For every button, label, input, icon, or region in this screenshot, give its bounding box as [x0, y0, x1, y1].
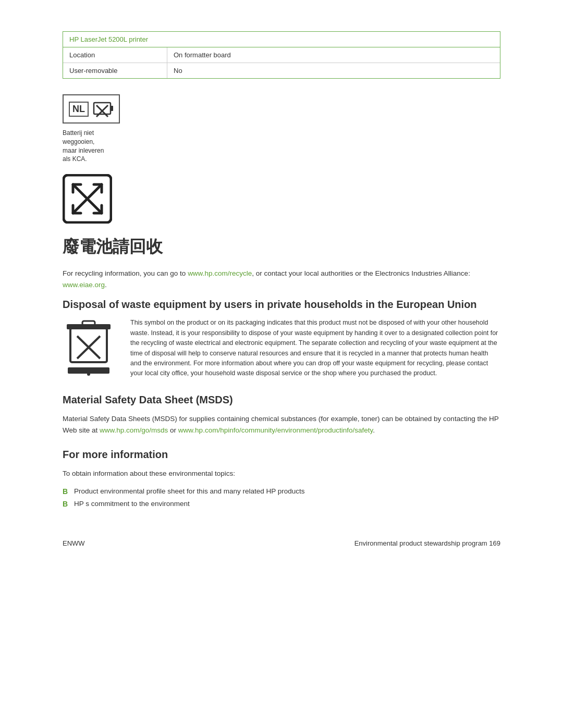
msds-link2[interactable]: www.hp.com/hpinfo/community/environment/… [178, 426, 373, 434]
list-item: B Product environmental profile sheet fo… [63, 487, 500, 496]
svg-rect-9 [82, 321, 95, 325]
footer-right: Environmental product stewardship progra… [354, 539, 500, 547]
recycling-end: . [105, 281, 107, 289]
list-item: B HP s commitment to the environment [63, 500, 500, 508]
disposal-heading: Disposal of waste equipment by users in … [63, 299, 500, 311]
recycling-info: For recycling information, you can go to… [63, 268, 500, 290]
msds-section: Material Safety Data Sheet (MSDS) Materi… [63, 394, 500, 436]
bullet-icon-1: B [63, 487, 70, 496]
location-value: On formatter board [167, 47, 500, 63]
cross-arrow-icon [63, 174, 112, 224]
eiae-link[interactable]: www.eiae.org [63, 281, 105, 289]
recycling-text-prefix: For recycling information, you can go to [63, 269, 188, 277]
table-row: User-removable No [63, 63, 500, 78]
nl-badge: NL [63, 94, 120, 124]
svg-rect-7 [70, 328, 107, 362]
disposal-icon-area [63, 318, 120, 379]
msds-link1[interactable]: www.hp.com/go/msds [100, 426, 168, 434]
chinese-heading: 廢電池請回收 [63, 236, 500, 258]
more-info-list: B Product environmental profile sheet fo… [63, 487, 500, 508]
msds-end: . [373, 426, 375, 434]
msds-heading: Material Safety Data Sheet (MSDS) [63, 394, 500, 406]
recycle-link[interactable]: www.hp.com/recycle [188, 269, 252, 277]
nl-label: NL [69, 102, 89, 117]
msds-text2: or [168, 426, 178, 434]
list-item-text-2: HP s commitment to the environment [74, 500, 190, 508]
user-removable-label: User-removable [63, 63, 167, 78]
bullet-icon-2: B [63, 500, 70, 508]
msds-body: Material Safety Data Sheets (MSDS) for s… [63, 413, 500, 436]
more-info-section: For more information To obtain informati… [63, 449, 500, 509]
disposal-section: This symbol on the product or on its pac… [63, 318, 500, 379]
nl-symbol-area: NL Batterij niet weggooien, maar inlever… [63, 94, 500, 164]
recycle-cross-symbol [63, 174, 500, 225]
svg-rect-0 [94, 103, 111, 114]
recycling-text-suffix: , or contact your local authorities or t… [252, 269, 470, 277]
svg-rect-1 [111, 106, 113, 111]
nl-caption: Batterij niet weggooien, maar inleveren … [63, 129, 500, 164]
more-info-intro: To obtain information about these enviro… [63, 468, 500, 479]
table-header: HP LaserJet 5200L printer [63, 32, 500, 47]
disposal-body-text: This symbol on the product or on its pac… [130, 318, 500, 378]
list-item-text-1: Product environmental profile sheet for … [74, 487, 305, 495]
page-footer: ENWW Environmental product stewardship p… [63, 539, 500, 547]
footer-left: ENWW [63, 539, 85, 547]
user-removable-value: No [167, 63, 500, 78]
location-label: Location [63, 47, 167, 63]
more-info-heading: For more information [63, 449, 500, 461]
printer-info-table: HP LaserJet 5200L printer Location On fo… [63, 31, 500, 79]
battery-cross-icon [93, 100, 114, 118]
waste-bin-icon [63, 318, 115, 378]
svg-point-13 [87, 373, 90, 376]
table-row: Location On formatter board [63, 47, 500, 63]
